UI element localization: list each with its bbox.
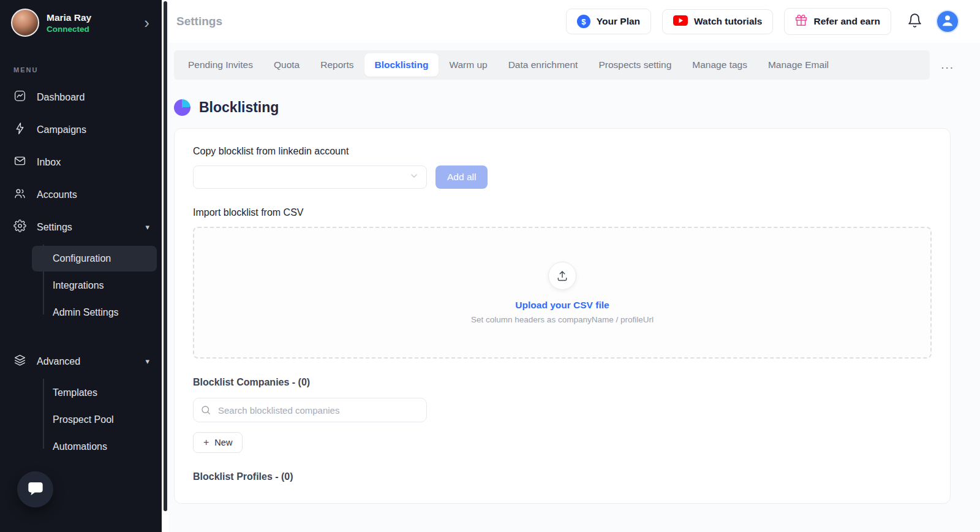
chevron-right-icon[interactable]: ›	[141, 12, 152, 33]
tabs-overflow-button[interactable]: ...	[932, 56, 963, 74]
tab-reports[interactable]: Reports	[310, 53, 364, 77]
sidebar-item-label: Settings	[37, 222, 72, 233]
tab-pending-invites[interactable]: Pending Invites	[178, 53, 263, 77]
chat-bubble-icon	[27, 480, 44, 500]
add-all-button[interactable]: Add all	[435, 165, 488, 189]
blocklist-profiles-heading: Blocklist Profiles - (0)	[193, 471, 932, 482]
csv-dropzone[interactable]: Upload your CSV file Set column headers …	[193, 227, 932, 359]
sidebar-user-card[interactable]: Maria Ray Connected ›	[0, 0, 162, 45]
your-plan-button[interactable]: $ Your Plan	[566, 9, 651, 34]
tab-quota[interactable]: Quota	[263, 53, 310, 77]
copy-blocklist-row: Add all	[193, 165, 932, 189]
new-company-button[interactable]: + New	[193, 432, 243, 453]
tab-data-enrichment[interactable]: Data enrichment	[498, 53, 589, 77]
sidebar-item-label: Advanced	[37, 356, 80, 367]
notifications-button[interactable]	[905, 10, 925, 32]
copy-blocklist-label: Copy blocklist from linkedin account	[193, 146, 932, 157]
blocklisting-pie-icon	[174, 99, 190, 116]
content-area: Blocklisting Copy blocklist from linkedi…	[169, 80, 980, 532]
plus-icon: +	[203, 438, 209, 447]
youtube-icon	[673, 15, 688, 28]
sidebar: Maria Ray Connected › MENU Dashboard Cam…	[0, 0, 162, 532]
page-title: Blocklisting	[199, 99, 279, 116]
sidebar-item-configuration[interactable]: Configuration	[32, 246, 157, 272]
lightning-icon	[13, 122, 26, 137]
user-status: Connected	[47, 25, 91, 34]
settings-submenu: Configuration Integrations Admin Setting…	[0, 243, 162, 332]
sidebar-item-label: Dashboard	[37, 92, 85, 103]
advanced-submenu: Templates Prospect Pool Automations	[0, 378, 162, 466]
search-icon	[200, 405, 211, 416]
menu-section-label: MENU	[0, 45, 162, 81]
watch-tutorials-button[interactable]: Watch tutorials	[662, 9, 773, 34]
tab-blocklisting[interactable]: Blocklisting	[364, 53, 439, 77]
tabs-strip: Pending Invites Quota Reports Blocklisti…	[174, 50, 930, 80]
settings-tab-bar: Pending Invites Quota Reports Blocklisti…	[174, 50, 963, 80]
new-button-label: New	[214, 438, 232, 447]
sidebar-item-label: Campaigns	[37, 124, 86, 135]
top-bar: Settings $ Your Plan Watch tutorials Ref…	[169, 0, 980, 43]
sidebar-item-advanced[interactable]: Advanced ▾	[0, 345, 162, 378]
upload-hint-text: Set column headers as companyName / prof…	[471, 315, 654, 324]
sidebar-item-accounts[interactable]: Accounts	[0, 178, 162, 211]
watch-tutorials-label: Watch tutorials	[694, 16, 762, 27]
tab-warm-up[interactable]: Warm up	[439, 53, 497, 77]
tab-manage-email[interactable]: Manage Email	[758, 53, 839, 77]
user-avatar	[11, 9, 39, 37]
chevron-down-icon: ▾	[145, 357, 149, 366]
chat-widget-button[interactable]	[17, 471, 53, 507]
chevron-down-icon: ▾	[145, 222, 149, 232]
sidebar-item-campaigns[interactable]: Campaigns	[0, 113, 162, 146]
sidebar-item-admin-settings[interactable]: Admin Settings	[32, 300, 157, 325]
dollar-icon: $	[577, 15, 590, 28]
dashboard-icon	[13, 89, 26, 105]
bell-icon	[907, 21, 922, 30]
gift-icon	[795, 14, 807, 29]
page-scrollbar-track	[162, 0, 169, 532]
user-name: Maria Ray	[47, 12, 91, 23]
page-header-title: Settings	[176, 15, 222, 28]
chevron-down-icon	[409, 171, 419, 183]
blocklist-companies-heading: Blocklist Companies - (0)	[193, 377, 932, 388]
your-plan-label: Your Plan	[597, 16, 640, 27]
tab-prospects-setting[interactable]: Prospects setting	[588, 53, 682, 77]
companies-search-input[interactable]	[193, 398, 427, 422]
main-area: Settings $ Your Plan Watch tutorials Ref…	[169, 0, 980, 532]
envelope-icon	[13, 154, 26, 170]
sidebar-item-integrations[interactable]: Integrations	[32, 273, 157, 298]
gear-icon	[13, 219, 26, 235]
user-circle-icon	[940, 12, 956, 31]
tab-manage-tags[interactable]: Manage tags	[682, 53, 758, 77]
sidebar-item-prospect-pool[interactable]: Prospect Pool	[32, 407, 157, 433]
page-title-row: Blocklisting	[174, 99, 951, 116]
layers-icon	[13, 354, 26, 369]
sidebar-item-settings[interactable]: Settings ▾	[0, 211, 162, 243]
import-csv-label: Import blocklist from CSV	[193, 207, 932, 218]
blocklisting-card: Copy blocklist from linkedin account Add…	[174, 128, 951, 504]
refer-and-earn-label: Refer and earn	[813, 16, 880, 27]
sidebar-item-label: Inbox	[37, 157, 61, 168]
linkedin-account-select[interactable]	[193, 165, 427, 189]
sidebar-item-inbox[interactable]: Inbox	[0, 146, 162, 178]
user-info: Maria Ray Connected	[47, 12, 91, 34]
upload-csv-link[interactable]: Upload your CSV file	[515, 300, 609, 311]
sidebar-item-templates[interactable]: Templates	[32, 380, 157, 406]
sidebar-item-automations[interactable]: Automations	[32, 434, 157, 460]
account-avatar-button[interactable]	[936, 10, 959, 33]
upload-icon	[548, 262, 576, 290]
sidebar-item-dashboard[interactable]: Dashboard	[0, 81, 162, 113]
refer-and-earn-button[interactable]: Refer and earn	[784, 8, 891, 35]
page-scrollbar-thumb[interactable]	[164, 1, 167, 511]
sidebar-item-label: Accounts	[37, 189, 77, 200]
companies-search-wrap	[193, 398, 427, 422]
people-icon	[13, 187, 26, 202]
